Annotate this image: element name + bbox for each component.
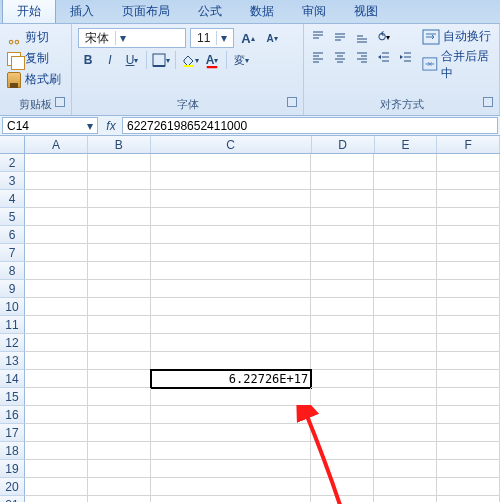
cell[interactable] bbox=[311, 208, 374, 226]
cell[interactable] bbox=[25, 262, 88, 280]
row-header[interactable]: 9 bbox=[0, 280, 25, 298]
tab-insert[interactable]: 插入 bbox=[56, 0, 108, 23]
cell[interactable] bbox=[374, 262, 437, 280]
cell[interactable] bbox=[374, 388, 437, 406]
cell[interactable] bbox=[374, 226, 437, 244]
cell[interactable] bbox=[151, 406, 312, 424]
cell[interactable] bbox=[374, 316, 437, 334]
cell[interactable] bbox=[25, 226, 88, 244]
cell[interactable] bbox=[88, 370, 151, 388]
row-header[interactable]: 21 bbox=[0, 496, 25, 502]
cell[interactable] bbox=[374, 460, 437, 478]
cell[interactable] bbox=[311, 190, 374, 208]
italic-button[interactable]: I bbox=[100, 50, 120, 70]
fx-icon[interactable]: fx bbox=[100, 116, 122, 135]
cell[interactable] bbox=[151, 244, 312, 262]
cell[interactable] bbox=[311, 496, 374, 502]
cell[interactable] bbox=[25, 388, 88, 406]
cell[interactable] bbox=[88, 442, 151, 460]
cell[interactable] bbox=[151, 190, 312, 208]
cell[interactable] bbox=[437, 226, 500, 244]
cell[interactable] bbox=[374, 352, 437, 370]
cell[interactable] bbox=[88, 478, 151, 496]
tab-home[interactable]: 开始 bbox=[2, 0, 56, 23]
cell[interactable] bbox=[151, 172, 312, 190]
cell[interactable] bbox=[311, 262, 374, 280]
merge-center-button[interactable]: 合并后居中 bbox=[422, 48, 493, 82]
cell[interactable] bbox=[437, 496, 500, 502]
row-header[interactable]: 7 bbox=[0, 244, 25, 262]
cell[interactable] bbox=[88, 262, 151, 280]
active-cell[interactable]: 6.22726E+17 bbox=[151, 370, 311, 388]
cell[interactable] bbox=[88, 460, 151, 478]
row-header[interactable]: 13 bbox=[0, 352, 25, 370]
cell[interactable] bbox=[88, 298, 151, 316]
cell[interactable] bbox=[151, 388, 312, 406]
cell[interactable] bbox=[437, 442, 500, 460]
cell[interactable] bbox=[311, 478, 374, 496]
row-header[interactable]: 10 bbox=[0, 298, 25, 316]
cut-button[interactable]: 剪切 bbox=[4, 28, 63, 47]
cell[interactable] bbox=[374, 208, 437, 226]
cell[interactable] bbox=[25, 316, 88, 334]
cell[interactable] bbox=[311, 244, 374, 262]
cell[interactable] bbox=[311, 406, 374, 424]
cell[interactable] bbox=[25, 370, 88, 388]
cell[interactable] bbox=[311, 172, 374, 190]
cell[interactable] bbox=[25, 334, 88, 352]
cell[interactable] bbox=[151, 460, 312, 478]
cell[interactable] bbox=[25, 460, 88, 478]
cell[interactable] bbox=[25, 442, 88, 460]
cell[interactable] bbox=[437, 460, 500, 478]
cell[interactable] bbox=[25, 190, 88, 208]
cell[interactable] bbox=[437, 172, 500, 190]
cell[interactable] bbox=[88, 244, 151, 262]
cell[interactable] bbox=[311, 298, 374, 316]
font-color-button[interactable]: A ▾ bbox=[202, 50, 222, 70]
cell[interactable] bbox=[374, 280, 437, 298]
cell[interactable] bbox=[437, 298, 500, 316]
font-family-combo[interactable]: 宋体 ▾ bbox=[78, 28, 186, 48]
cell[interactable] bbox=[311, 424, 374, 442]
clipboard-launcher[interactable] bbox=[55, 97, 65, 107]
cell[interactable] bbox=[311, 370, 374, 388]
cell[interactable] bbox=[437, 370, 500, 388]
cell[interactable] bbox=[88, 352, 151, 370]
cell[interactable] bbox=[151, 316, 312, 334]
align-middle-button[interactable] bbox=[330, 28, 350, 46]
cell[interactable] bbox=[437, 352, 500, 370]
row-header[interactable]: 4 bbox=[0, 190, 25, 208]
cell[interactable] bbox=[437, 190, 500, 208]
row-header[interactable]: 11 bbox=[0, 316, 25, 334]
fill-color-button[interactable]: ▾ bbox=[180, 50, 200, 70]
cell[interactable] bbox=[437, 478, 500, 496]
cell[interactable] bbox=[151, 442, 312, 460]
cell[interactable] bbox=[88, 226, 151, 244]
cell[interactable] bbox=[88, 496, 151, 502]
copy-button[interactable]: 复制 bbox=[4, 49, 63, 68]
cell[interactable] bbox=[88, 280, 151, 298]
cell[interactable] bbox=[88, 424, 151, 442]
font-launcher[interactable] bbox=[287, 97, 297, 107]
cell[interactable] bbox=[311, 388, 374, 406]
cell[interactable] bbox=[437, 154, 500, 172]
row-header[interactable]: 12 bbox=[0, 334, 25, 352]
cell[interactable] bbox=[151, 424, 312, 442]
cell[interactable] bbox=[437, 262, 500, 280]
cell[interactable] bbox=[151, 352, 312, 370]
align-top-button[interactable] bbox=[308, 28, 328, 46]
cell[interactable] bbox=[374, 496, 437, 502]
cell[interactable] bbox=[151, 226, 312, 244]
cell[interactable] bbox=[311, 280, 374, 298]
cell[interactable] bbox=[151, 298, 312, 316]
row-header[interactable]: 20 bbox=[0, 478, 25, 496]
cell[interactable] bbox=[437, 208, 500, 226]
cell[interactable] bbox=[437, 316, 500, 334]
cell[interactable] bbox=[374, 190, 437, 208]
decrease-font-button[interactable]: A▾ bbox=[262, 28, 282, 48]
underline-button[interactable]: U▾ bbox=[122, 50, 142, 70]
cell[interactable] bbox=[88, 190, 151, 208]
format-painter-button[interactable]: 格式刷 bbox=[4, 70, 63, 89]
cell[interactable] bbox=[151, 154, 312, 172]
cell[interactable] bbox=[25, 172, 88, 190]
